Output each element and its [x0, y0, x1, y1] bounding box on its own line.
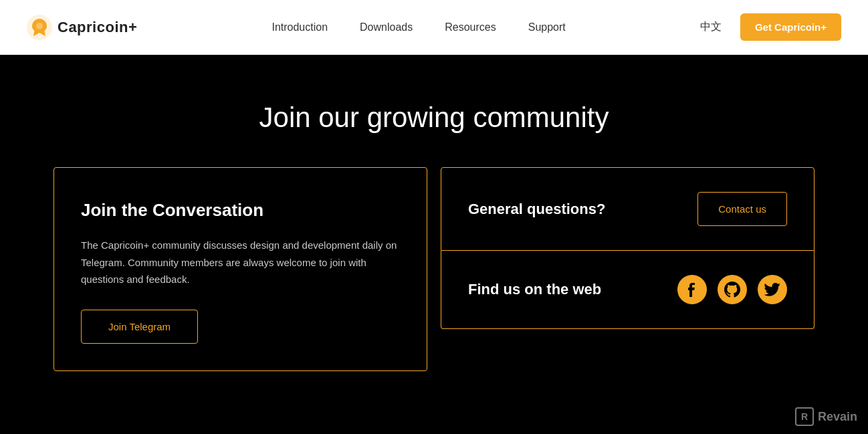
twitter-icon[interactable] [758, 275, 787, 304]
revain-logo-box: R [795, 407, 814, 426]
logo-link[interactable]: Capricoin+ [27, 15, 137, 40]
logo-text: Capricoin+ [58, 19, 137, 36]
find-us-label: Find us on the web [468, 281, 601, 298]
general-questions-card: General questions? Contact us [441, 167, 815, 251]
revain-logo-letter: R [801, 411, 808, 422]
nav-resources[interactable]: Resources [445, 21, 496, 33]
revain-watermark: R Revain [795, 407, 857, 426]
revain-text: Revain [818, 410, 857, 424]
join-conversation-body: The Capricoin+ community discusses desig… [81, 237, 400, 288]
join-telegram-button[interactable]: Join Telegram [81, 310, 198, 344]
social-icons [677, 275, 787, 304]
github-icon[interactable] [718, 275, 747, 304]
right-cards: General questions? Contact us Find us on… [441, 167, 815, 371]
svg-point-1 [36, 23, 43, 29]
cards-grid: Join the Conversation The Capricoin+ com… [53, 167, 815, 371]
nav-links: Introduction Downloads Resources Support [272, 21, 565, 33]
find-us-card: Find us on the web [441, 251, 815, 329]
logo-icon [27, 15, 52, 40]
get-capricoin-button[interactable]: Get Capricoin+ [740, 13, 841, 41]
contact-us-button[interactable]: Contact us [697, 192, 787, 226]
nav-downloads[interactable]: Downloads [360, 21, 413, 33]
language-switcher[interactable]: 中文 [700, 20, 722, 34]
section-title: Join our growing community [53, 102, 815, 134]
join-conversation-heading: Join the Conversation [81, 200, 400, 221]
svg-point-3 [718, 275, 747, 304]
nav-right: 中文 Get Capricoin+ [700, 13, 841, 41]
main-content: Join our growing community Join the Conv… [0, 55, 868, 425]
join-conversation-card: Join the Conversation The Capricoin+ com… [53, 167, 427, 371]
general-questions-label: General questions? [468, 201, 605, 218]
facebook-icon[interactable] [677, 275, 707, 304]
nav-support[interactable]: Support [528, 21, 566, 33]
navbar: Capricoin+ Introduction Downloads Resour… [0, 0, 868, 55]
nav-introduction[interactable]: Introduction [272, 21, 328, 33]
